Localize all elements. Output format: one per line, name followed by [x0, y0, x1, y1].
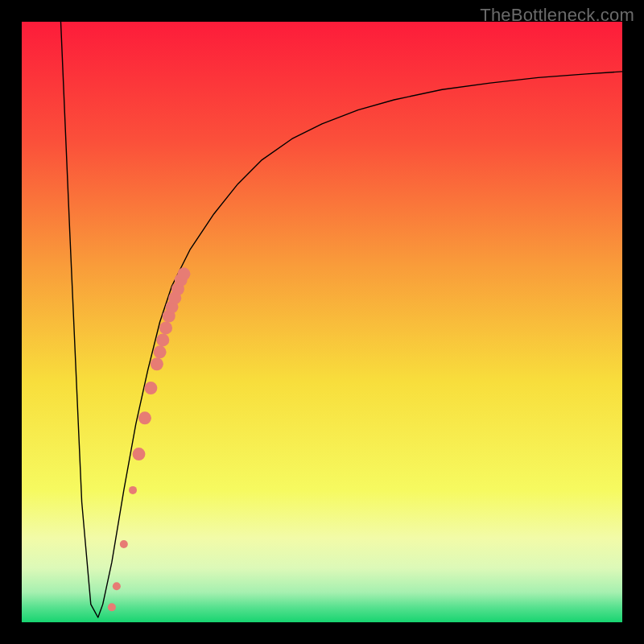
scatter-dot	[138, 411, 151, 424]
scatter-dot	[156, 333, 169, 346]
scatter-dot	[132, 448, 145, 460]
scatter-dot	[144, 382, 157, 394]
chart-background	[22, 22, 622, 622]
scatter-dot	[154, 345, 167, 358]
chart-svg	[22, 22, 622, 622]
chart-plot-area	[22, 22, 622, 622]
scatter-dot	[113, 582, 121, 590]
scatter-dot	[177, 267, 190, 280]
scatter-dot	[108, 603, 116, 611]
scatter-dot	[159, 321, 172, 334]
scatter-dot	[129, 486, 137, 494]
watermark-text: TheBottleneck.com	[480, 5, 634, 26]
scatter-dot	[151, 357, 163, 370]
chart-frame: TheBottleneck.com	[0, 0, 644, 644]
scatter-dot	[120, 540, 128, 548]
